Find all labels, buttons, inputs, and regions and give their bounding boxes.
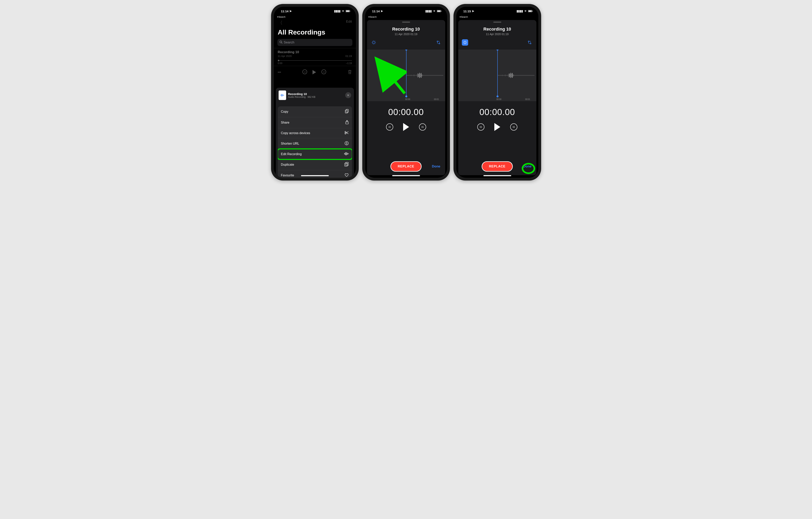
svg-rect-34: [437, 10, 440, 12]
action-label: Share: [281, 121, 290, 125]
replace-button[interactable]: REPLACE: [482, 161, 513, 172]
svg-rect-14: [346, 109, 348, 112]
status-bar: 11:14 ➤ ▮▮▮▮: [365, 7, 447, 16]
battery-icon: [346, 9, 350, 13]
wifi-icon: [433, 9, 436, 13]
screen-3: 11:15 ➤ ▮▮▮▮ ◂ Search Recording 10 11 Ap…: [456, 7, 539, 178]
action-duplicate[interactable]: Duplicate: [278, 159, 352, 170]
svg-line-41: [374, 43, 375, 44]
back-caret-icon: ◂: [368, 16, 370, 18]
home-indicator[interactable]: [392, 175, 420, 176]
svg-rect-12: [283, 95, 284, 95]
tick-label: 00:00: [496, 98, 501, 100]
svg-rect-35: [441, 11, 441, 11]
play-button[interactable]: [494, 123, 500, 131]
editor-bottom-row: REPLACE Done: [458, 161, 536, 172]
svg-rect-2: [350, 11, 350, 11]
svg-line-20: [346, 132, 348, 133]
action-favourite[interactable]: Favourite: [278, 170, 352, 178]
location-icon: ➤: [380, 9, 383, 13]
replace-button[interactable]: REPLACE: [390, 161, 422, 172]
tick-label: 00:01: [434, 98, 439, 100]
back-to-search[interactable]: ◂ Search: [274, 16, 356, 18]
skip-forward-15-button[interactable]: 15: [419, 124, 426, 131]
recording-title: Recording 10: [278, 50, 352, 54]
done-button[interactable]: Done: [432, 164, 440, 168]
action-share[interactable]: Share: [278, 117, 352, 128]
signal-icon: ▮▮▮▮: [334, 9, 341, 13]
sheet-title: Recording 10: [288, 92, 316, 95]
skip-forward-15-icon[interactable]: 15: [321, 69, 326, 75]
svg-line-92: [465, 43, 466, 44]
sheet-grabber[interactable]: [402, 22, 410, 23]
enhance-recording-button[interactable]: [371, 39, 377, 46]
status-bar: 11:15 ➤ ▮▮▮▮: [456, 7, 539, 16]
done-button[interactable]: Done: [523, 164, 532, 168]
skip-back-15-icon[interactable]: 15: [302, 69, 307, 75]
svg-line-40: [372, 41, 373, 42]
screen-1: 11:14 ➤ ▮▮▮▮ ◂ Search 〈 Edit All Recordi…: [274, 7, 356, 178]
svg-rect-13: [345, 110, 348, 113]
sheet-grabber[interactable]: [493, 22, 501, 23]
action-copy-across-devices[interactable]: Copy across devices: [278, 128, 352, 138]
action-label: Duplicate: [281, 163, 294, 166]
recording-item[interactable]: Recording 10 11 Apr 2020 01:19 0:00 –1:1…: [274, 48, 356, 66]
action-shorten-url[interactable]: Shorten URL: [278, 138, 352, 149]
skip-forward-15-button[interactable]: 15: [510, 124, 517, 131]
action-label: Shorten URL: [281, 142, 299, 145]
edit-button[interactable]: Edit: [346, 20, 352, 26]
svg-line-43: [374, 41, 375, 42]
waveform-audio: [497, 73, 536, 78]
more-icon[interactable]: •••: [278, 71, 281, 74]
trim-button[interactable]: [435, 39, 442, 46]
svg-rect-10: [282, 94, 282, 97]
action-copy[interactable]: Copy: [278, 106, 352, 117]
search-icon: [280, 40, 283, 45]
phone-2: 11:14 ➤ ▮▮▮▮ ◂ Search Recording 10 11 Ap…: [362, 4, 450, 181]
action-edit-recording[interactable]: Edit Recording: [278, 149, 352, 159]
svg-rect-1: [346, 10, 349, 12]
back-chevron-icon[interactable]: 〈: [278, 20, 283, 26]
skip-back-15-button[interactable]: 15: [477, 124, 485, 131]
sheet-subtitle: Audio Recording · 662 KB: [288, 95, 316, 99]
scissors-icon: [344, 131, 349, 135]
battery-icon: [437, 9, 442, 13]
back-caret-icon: ◂: [277, 16, 278, 18]
skip-back-15-button[interactable]: 15: [386, 124, 393, 131]
home-indicator[interactable]: [484, 175, 511, 176]
enhance-recording-button-active[interactable]: [462, 39, 468, 46]
share-sheet: Recording 10 Audio Recording · 662 KB ✕ …: [276, 88, 354, 176]
clock: 11:14: [372, 9, 380, 13]
play-button[interactable]: [403, 123, 409, 131]
trim-button[interactable]: [526, 39, 533, 46]
time-display: 00:00.00: [367, 107, 445, 117]
back-to-search[interactable]: ◂ Search: [365, 16, 447, 18]
heart-icon: [344, 173, 349, 178]
tick-label: 00:01: [525, 98, 530, 100]
back-label: Search: [461, 16, 468, 18]
location-icon: ➤: [289, 9, 292, 13]
time-display: 00:00.00: [458, 107, 536, 117]
back-label: Search: [279, 16, 286, 18]
action-label: Edit Recording: [281, 153, 302, 156]
editor-bottom-row: REPLACE Done: [367, 161, 445, 172]
close-button[interactable]: ✕: [345, 92, 351, 98]
editor-title: Recording 10: [367, 27, 445, 32]
svg-text:15: 15: [304, 71, 306, 73]
trash-icon[interactable]: [348, 70, 352, 75]
svg-line-91: [464, 41, 464, 42]
waveform[interactable]: 00:00 00:01: [458, 50, 536, 101]
play-button[interactable]: [313, 70, 316, 74]
waveform-audio: [406, 73, 445, 78]
home-indicator[interactable]: [301, 175, 329, 176]
action-list: Copy Share Copy across devices Shorten U…: [278, 106, 352, 178]
waveform[interactable]: 00:00 00:01: [367, 50, 445, 101]
time-end: –1:19: [346, 62, 352, 65]
compass-icon: [344, 141, 349, 146]
scrubber[interactable]: [278, 60, 352, 61]
svg-line-4: [282, 43, 282, 44]
back-to-search[interactable]: ◂ Search: [456, 16, 539, 18]
action-label: Copy: [281, 110, 288, 113]
search-input[interactable]: Search: [278, 39, 352, 46]
play-controls: 15 15: [458, 123, 536, 131]
